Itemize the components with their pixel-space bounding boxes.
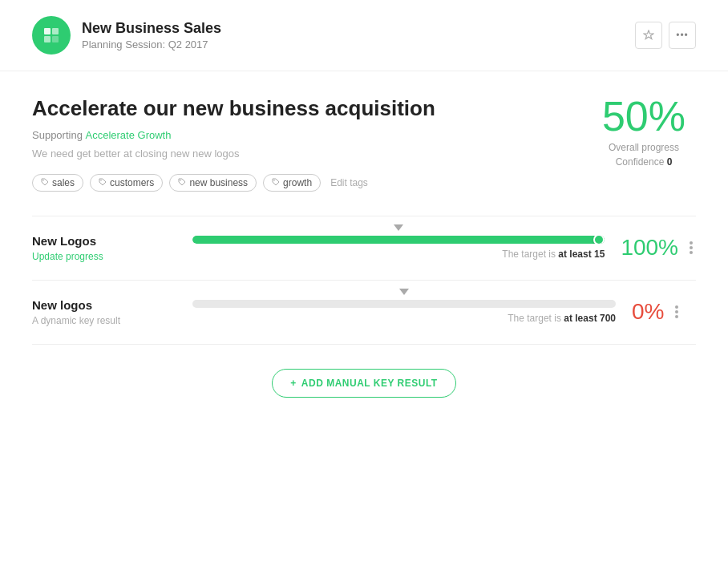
- kr-target: The target is at least 15: [192, 249, 605, 260]
- objective-description: We need get better at closing new new lo…: [32, 148, 592, 160]
- kr-more-button[interactable]: [672, 302, 681, 321]
- key-result-item: New logos A dynamic key result The targe…: [32, 280, 696, 344]
- tag-item[interactable]: growth: [263, 174, 321, 192]
- kr-slider[interactable]: [192, 300, 616, 308]
- dot1: [675, 305, 678, 309]
- main-content: Accelerate our new business acquisition …: [0, 71, 728, 446]
- more-button[interactable]: •••: [669, 22, 696, 49]
- tag-icon: [99, 178, 107, 188]
- kr-middle: The target is at least 700: [192, 300, 616, 324]
- add-section: + ADD MANUAL KEY RESULT: [32, 344, 696, 422]
- tag-icon: [272, 178, 280, 188]
- tag-item[interactable]: new business: [169, 174, 257, 192]
- svg-point-5: [100, 180, 102, 181]
- svg-point-7: [273, 180, 275, 181]
- kr-left: New Logos Update progress: [32, 234, 176, 262]
- kr-name: New Logos: [32, 234, 176, 248]
- overall-progress-value: 50%: [592, 95, 696, 137]
- tag-label: customers: [110, 177, 154, 188]
- kr-target: The target is at least 700: [192, 313, 616, 324]
- kr-subtitle: A dynamic key result: [32, 315, 176, 326]
- header-title: New Business Sales: [82, 20, 221, 37]
- slider-indicator: [394, 224, 403, 231]
- supporting-link[interactable]: Accelerate Growth: [86, 129, 172, 141]
- svg-rect-2: [44, 36, 51, 42]
- key-results-list: New Logos Update progress The target is …: [32, 216, 696, 344]
- kr-percent: 100%: [621, 235, 678, 261]
- kr-target-value: at least 700: [564, 313, 616, 324]
- svg-rect-3: [52, 36, 59, 42]
- add-icon: +: [290, 378, 297, 389]
- kr-right: 100%: [621, 235, 696, 261]
- svg-point-4: [42, 180, 44, 181]
- confidence-label: Confidence: [616, 156, 665, 168]
- dot2: [675, 310, 678, 313]
- header-info: New Business Sales Planning Session: Q2 …: [82, 20, 221, 51]
- kr-target-value: at least 15: [558, 249, 605, 260]
- kr-name: New logos: [32, 298, 176, 312]
- kr-more-button[interactable]: [686, 238, 696, 257]
- kr-left: New logos A dynamic key result: [32, 298, 176, 326]
- kr-slider[interactable]: [192, 236, 605, 244]
- kr-subtitle[interactable]: Update progress: [32, 251, 176, 262]
- kr-right: 0%: [632, 299, 696, 325]
- overall-progress-label: Overall progress: [592, 142, 696, 153]
- dot3: [690, 251, 693, 254]
- dot2: [690, 246, 693, 249]
- dot1: [690, 241, 693, 245]
- header-actions: •••: [635, 22, 696, 49]
- tag-label: sales: [52, 177, 75, 188]
- tags-row: sales customers new business growthEdit …: [32, 174, 592, 192]
- progress-dot: [593, 236, 605, 244]
- header-subtitle: Planning Session: Q2 2017: [82, 38, 221, 51]
- confidence-text: Confidence 0: [592, 156, 696, 168]
- star-button[interactable]: [635, 22, 662, 49]
- key-result-item: New Logos Update progress The target is …: [32, 216, 696, 280]
- kr-percent: 0%: [632, 299, 664, 325]
- tag-label: growth: [283, 177, 312, 188]
- objective-title: Accelerate our new business acquisition: [32, 95, 592, 123]
- tag-icon: [178, 178, 186, 188]
- slider-indicator: [399, 289, 409, 295]
- progress-track[interactable]: [192, 236, 605, 244]
- tag-item[interactable]: customers: [90, 174, 163, 192]
- svg-point-6: [180, 180, 182, 181]
- tag-icon: [41, 178, 49, 188]
- app-logo: [32, 16, 71, 55]
- supporting-prefix: Supporting: [32, 129, 83, 141]
- edit-tags-button[interactable]: Edit tags: [330, 177, 368, 188]
- confidence-value: 0: [667, 156, 673, 168]
- header: New Business Sales Planning Session: Q2 …: [0, 0, 728, 71]
- progress-fill: [192, 236, 605, 244]
- objective-section: Accelerate our new business acquisition …: [32, 95, 696, 192]
- dot3: [675, 315, 678, 318]
- add-label: ADD MANUAL KEY RESULT: [301, 378, 438, 389]
- svg-rect-0: [44, 28, 51, 34]
- tag-item[interactable]: sales: [32, 174, 83, 192]
- add-key-result-button[interactable]: + ADD MANUAL KEY RESULT: [272, 369, 455, 398]
- header-left: New Business Sales Planning Session: Q2 …: [32, 16, 221, 55]
- svg-rect-1: [52, 28, 59, 34]
- objective-right: 50% Overall progress Confidence 0: [592, 95, 696, 168]
- kr-middle: The target is at least 15: [192, 236, 605, 260]
- supporting-text: Supporting Accelerate Growth: [32, 129, 592, 141]
- objective-left: Accelerate our new business acquisition …: [32, 95, 592, 192]
- progress-track[interactable]: [192, 300, 616, 308]
- tag-label: new business: [189, 177, 248, 188]
